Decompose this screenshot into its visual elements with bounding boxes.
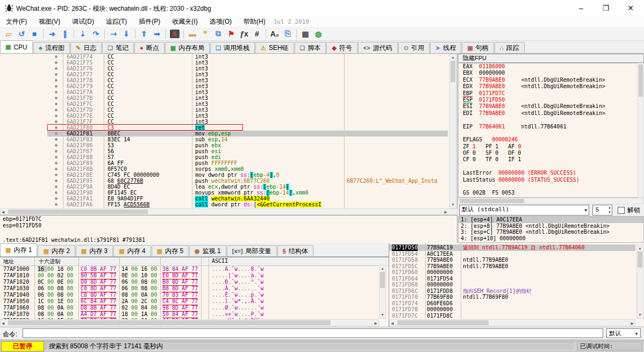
argument-line[interactable]: 4: [esp+10] 00000000: [459, 235, 643, 242]
disasm-row[interactable]: 6AD21F77CCint3: [0, 71, 457, 77]
disasm-vscrollbar[interactable]: ▲ ▼: [449, 54, 456, 209]
dump-row[interactable]: 77AF101000 00 02 0080 5B AF 770E 00 10 0…: [0, 272, 376, 279]
disasm-row[interactable]: 6AD21F7BCCint3: [0, 95, 457, 101]
register-line[interactable]: EFLAGS 00000246: [459, 137, 643, 143]
disasm-row[interactable]: 6AD21F8EC745 FC 00000000mov dword ptr ss…: [0, 172, 457, 178]
register-line[interactable]: ECX 77B9ABE0 <ntdll.DbgUiRemoteBreakin>: [459, 77, 643, 83]
tab-内存 4[interactable]: ▦内存 4: [113, 245, 151, 256]
tab-CPU[interactable]: ▦CPU: [0, 40, 33, 53]
bookmarks-icon[interactable]: ⚑: [225, 28, 238, 39]
dump-row[interactable]: 77AF104006 00 08 00C8 8D AF 7708 00 0A 0…: [0, 292, 376, 298]
register-line[interactable]: EBP 0171FD7C: [459, 90, 643, 97]
run-to-user-code-icon[interactable]: ➟: [151, 28, 163, 39]
functions-icon[interactable]: ƒx: [238, 28, 251, 39]
maximize-button[interactable]: ❐: [593, 0, 618, 16]
spin-up-icon[interactable]: ▲: [608, 206, 611, 210]
strings-icon[interactable]: S: [170, 30, 180, 38]
scroll-left-arrow[interactable]: ◀: [2, 210, 4, 215]
disasm-row[interactable]: 6AD21F79CCint3: [0, 83, 457, 89]
tab-句柄[interactable]: ▣句柄: [462, 42, 493, 53]
close-button[interactable]: ✕: [618, 0, 643, 16]
comments-icon[interactable]: ❞: [199, 28, 212, 39]
breakpoint-bullet[interactable]: [55, 55, 58, 58]
breakpoint-bullet[interactable]: [55, 156, 58, 159]
tab-内存布局[interactable]: ▦内存布局: [165, 42, 210, 53]
menu-item[interactable]: 收藏夹(I): [166, 16, 203, 27]
menu-item[interactable]: 选项(O): [204, 16, 238, 27]
disasm-row[interactable]: 6AD21F75CCint3: [0, 60, 457, 66]
breakpoint-bullet[interactable]: [55, 162, 58, 164]
disasm-row[interactable]: 6AD21F8653push ebx: [0, 142, 457, 148]
register-line[interactable]: ZF 1 PF 1 AF 0: [459, 143, 643, 150]
disasm-row[interactable]: 6AD21FA1E8 9A04D1FFcall wechatwin.6AA324…: [0, 196, 457, 202]
scroll-left-arrow[interactable]: ◀: [2, 321, 4, 326]
globe-icon[interactable]: ◍: [312, 28, 325, 39]
disasm-row[interactable]: 6AD21F8857push edi: [0, 154, 457, 160]
breakpoint-bullet[interactable]: [55, 61, 58, 64]
register-line[interactable]: EDI 77B9ABE0 <ntdll.DbgUiRemoteBreakin>: [459, 110, 643, 117]
breakpoint-bullet[interactable]: [55, 138, 58, 141]
minimize-button[interactable]: –: [569, 0, 593, 16]
command-dropdown[interactable]: 默认▼: [606, 328, 641, 338]
tab-SEH链[interactable]: ⚠SEH链: [255, 42, 294, 53]
patches-icon[interactable]: ▬: [186, 28, 199, 39]
menu-item[interactable]: 帮助(H): [238, 16, 271, 27]
dump-row[interactable]: 77AF103006 00 08 00C0 8D AF 7706 00 08 0…: [0, 285, 376, 292]
scroll-up-arrow[interactable]: ▲: [450, 55, 456, 60]
step-over-icon[interactable]: ↷: [89, 28, 102, 39]
tab-符号[interactable]: ◆符号: [326, 42, 357, 53]
calling-convention-dropdown[interactable]: 默认 (stdcall)▼: [459, 205, 589, 215]
breakpoint-bullet[interactable]: [55, 97, 58, 99]
breakpoint-bullet[interactable]: [55, 191, 58, 194]
restart-icon[interactable]: ↺: [15, 28, 28, 39]
dump-row[interactable]: 77AF100016 00 18 00C0 8B AF 7714 00 16 0…: [0, 266, 376, 272]
tab-断点[interactable]: ●断点: [134, 42, 164, 53]
animate-into-icon[interactable]: ⇢: [107, 28, 120, 39]
scroll-thumb[interactable]: [8, 210, 148, 214]
step-out-icon[interactable]: ⇑: [138, 28, 151, 39]
register-line[interactable]: [459, 130, 643, 137]
scroll-thumb[interactable]: [638, 252, 642, 268]
menu-item[interactable]: 插件(P): [133, 16, 166, 27]
tab-笔记[interactable]: ❏笔记: [102, 42, 134, 53]
register-line[interactable]: [459, 117, 643, 123]
register-line[interactable]: ESP 0171FD50: [459, 97, 643, 103]
menu-item[interactable]: 调试(D): [66, 16, 100, 27]
disasm-row[interactable]: 6AD21F74CCint3: [0, 54, 457, 60]
breakpoint-bullet[interactable]: [55, 179, 58, 182]
menu-item[interactable]: 追踪(T): [100, 16, 133, 27]
breakpoint-bullet[interactable]: [55, 197, 58, 200]
breakpoint-bullet[interactable]: [55, 109, 58, 111]
argument-line[interactable]: 1: [esp+4] A0C17EEA: [459, 217, 643, 223]
breakpoint-bullet[interactable]: [55, 114, 58, 117]
tab-结构体[interactable]: §结构体: [277, 245, 313, 256]
disasm-row[interactable]: 6AD21F896A FFpush FFFFFFFF: [0, 160, 457, 166]
scroll-down-arrow[interactable]: ▼: [380, 312, 385, 318]
tab-日志[interactable]: ✎日志: [70, 42, 102, 53]
attach-icon[interactable]: ⎘: [281, 28, 294, 39]
stack-row[interactable]: 0171FD5877B9ABE0ntdll.77B9ABE0: [389, 257, 635, 263]
tab-跟踪[interactable]: ∴跟踪: [495, 42, 525, 53]
scroll-down-arrow[interactable]: ▼: [450, 202, 456, 207]
stack-row[interactable]: 0171FD74D60FE6D6: [389, 300, 635, 307]
register-line[interactable]: GS 002B FS 0053: [459, 190, 643, 196]
tab-内存 2[interactable]: ▦内存 2: [38, 245, 75, 256]
breakpoint-bullet[interactable]: [55, 91, 58, 94]
stack-hscrollbar[interactable]: ◀ ▶: [389, 319, 635, 326]
disasm-row[interactable]: 6AD21F8383EC 14sub esp,14: [0, 137, 457, 142]
argument-line[interactable]: 3: [esp+C] 77B9ABE0 <ntdll.DbgUiRemoteBr…: [459, 229, 643, 235]
breakpoint-bullet[interactable]: [55, 103, 58, 105]
tab-局部变量[interactable]: [x=]局部变量: [227, 245, 277, 256]
register-line[interactable]: OF 0 SF 0 DF 0: [459, 150, 643, 156]
scroll-thumb[interactable]: [460, 199, 524, 203]
dump-hscrollbar[interactable]: ◀ ▶: [0, 319, 379, 326]
dump-row[interactable]: 77AF10200C 00 0E 00D0 8D AF 7706 00 08 0…: [0, 279, 376, 285]
memory-dump-panel[interactable]: 地址 十六进制 ASCII 77AF100016 00 18 00C0 8B A…: [0, 257, 389, 327]
stack-row[interactable]: 0171FD5C77B9ABE0ntdll.77B9ABE0: [389, 263, 635, 270]
tab-内存 3[interactable]: ▦内存 3: [76, 245, 113, 256]
breakpoint-bullet[interactable]: [55, 185, 58, 188]
register-line[interactable]: EIP 77B64061 ntdll.77B64061: [459, 124, 643, 130]
open-file-icon[interactable]: ▱: [2, 28, 15, 39]
tab-内存 5[interactable]: ▦内存 5: [152, 245, 189, 256]
tab-脚本[interactable]: ❏脚本: [295, 42, 326, 53]
